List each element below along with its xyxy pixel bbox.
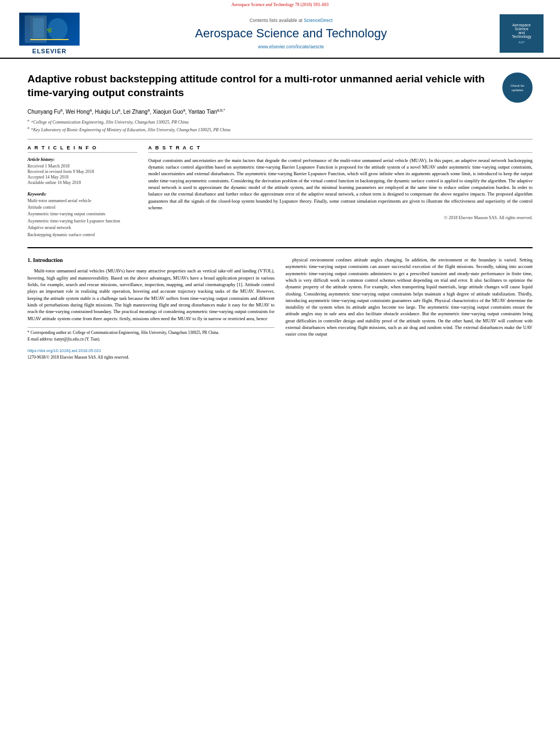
intro-left-para: Multi-rotor unmanned aerial vehicles (MU…	[27, 267, 275, 322]
logo-line2: Science	[515, 27, 529, 31]
affiliations: a ᵃ College of Communication Engineering…	[27, 118, 533, 132]
divider-header	[27, 139, 533, 140]
journal-logo-right: Aerospace Science and Technology AST	[500, 14, 544, 53]
journal-url[interactable]: www.elsevier.com/locate/aescte	[93, 44, 489, 49]
body-col-right: physical environment confines attitude a…	[285, 256, 533, 362]
keyword-5: Adaptive neural network	[27, 225, 137, 231]
journal-citation: Aerospace Science and Technology 78 (201…	[0, 0, 560, 8]
logo-subtitle: AST	[518, 41, 525, 44]
affil-a: a ᵃ College of Communication Engineering…	[27, 118, 533, 125]
svg-text:🌿: 🌿	[47, 27, 52, 33]
journal-center: Contents lists available at ScienceDirec…	[82, 18, 500, 49]
journal-header: 🌿 ELSEVIER Contents lists available at S…	[0, 8, 560, 59]
paper-content: Adaptive robust backstepping attitude co…	[0, 59, 560, 373]
abstract-header: A B S T R A C T	[148, 145, 533, 153]
elsevier-name: ELSEVIER	[32, 48, 66, 54]
article-info-col: A R T I C L E I N F O Article history: R…	[27, 145, 137, 239]
doi-link[interactable]: https://doi.org/10.1016/j.ast.2018.05.02…	[27, 348, 101, 353]
check-updates-label2: updates	[512, 88, 523, 92]
footnote-corresponding: * Corresponding author at: College of Co…	[27, 330, 275, 336]
footnote-area: * Corresponding author at: College of Co…	[27, 327, 275, 361]
sciencedirect-line: Contents lists available at ScienceDirec…	[93, 18, 489, 23]
keyword-1: Multi-rotor unmanned aerial vehicle	[27, 198, 137, 204]
logo-line1: Aerospace	[512, 23, 530, 27]
received-date: Received 1 March 2018	[27, 164, 137, 169]
main-separator	[27, 247, 533, 248]
article-history-block: Article history: Received 1 March 2018 R…	[27, 157, 137, 185]
online-date: Available online 16 May 2018	[27, 180, 137, 185]
abstract-text: Output constraints and uncertainties are…	[148, 157, 533, 211]
sciencedirect-link[interactable]: ScienceDirect	[304, 18, 332, 23]
article-title-section: Adaptive robust backstepping attitude co…	[27, 72, 533, 103]
elsevier-logo-svg: 🌿	[27, 15, 71, 43]
copyright-line: © 2018 Elsevier Masson SAS. All rights r…	[148, 215, 533, 220]
keyword-2: Attitude control	[27, 205, 137, 210]
affil-b: b ᵇ Key Laboratory of Bionic Engineering…	[27, 126, 533, 132]
info-abstract-section: A R T I C L E I N F O Article history: R…	[27, 145, 533, 239]
history-label: Article history:	[27, 157, 137, 162]
issn-line: 1270-9638/© 2018 Elsevier Masson SAS. Al…	[27, 355, 275, 361]
elsevier-logo: 🌿 ELSEVIER	[16, 13, 82, 54]
article-info-header: A R T I C L E I N F O	[27, 145, 137, 153]
keyword-4: Asymmetric time-varying barrier Lyapunov…	[27, 219, 137, 224]
citation-text: Aerospace Science and Technology 78 (201…	[231, 2, 328, 7]
keywords-label: Keywords:	[27, 192, 137, 197]
svg-rect-1	[33, 18, 44, 38]
revised-date: Received in revised form 9 May 2018	[27, 169, 137, 174]
journal-title: Aerospace Science and Technology	[93, 26, 489, 41]
intro-title: 1. Introduction	[27, 256, 275, 265]
doi-line[interactable]: https://doi.org/10.1016/j.ast.2018.05.02…	[27, 348, 275, 354]
logo-line4: Technology	[512, 35, 531, 38]
abstract-col: A B S T R A C T Output constraints and u…	[148, 145, 533, 239]
body-col-left: 1. Introduction Multi-rotor unmanned aer…	[27, 256, 275, 362]
body-section: 1. Introduction Multi-rotor unmanned aer…	[27, 256, 533, 362]
elsevier-logo-image: 🌿	[19, 13, 80, 46]
check-updates-label: Check for	[511, 84, 525, 87]
email-text: E-mail address: tianyt@jlu.edu.cn (Y. Ti…	[27, 337, 100, 342]
footnote-email: E-mail address: tianyt@jlu.edu.cn (Y. Ti…	[27, 337, 275, 343]
check-updates-badge: Check for updates	[502, 72, 533, 103]
contents-text: Contents lists available at	[249, 18, 302, 23]
article-title: Adaptive robust backstepping attitude co…	[27, 72, 502, 99]
keyword-3: Asymmetric time-varying output constrain…	[27, 211, 137, 217]
intro-right-para: physical environment confines attitude a…	[285, 256, 533, 338]
keywords-block: Keywords: Multi-rotor unmanned aerial ve…	[27, 192, 137, 238]
svg-rect-0	[30, 16, 47, 40]
accepted-date: Accepted 14 May 2018	[27, 175, 137, 180]
authors-line: Chunyang Fua, Wei Honga, Huiqiu Lua, Lei…	[27, 108, 533, 115]
logo-line3: and	[518, 31, 525, 35]
keyword-6: Backstepping dynamic surface control	[27, 232, 137, 238]
